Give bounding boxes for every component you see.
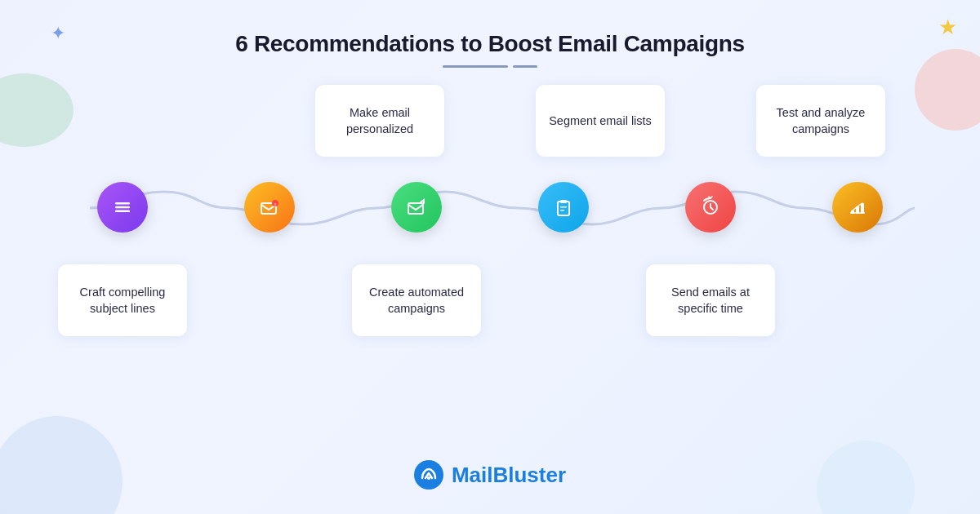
icon-list (97, 182, 148, 233)
icon-chart (832, 182, 883, 233)
icons-row: ! (0, 182, 980, 233)
icon-email-send (391, 182, 442, 233)
svg-point-16 (427, 476, 430, 480)
top-cards-row: Make email personalized Segment email li… (0, 84, 980, 157)
svg-rect-7 (558, 202, 569, 215)
svg-rect-2 (115, 210, 130, 213)
card-send: Send emails at specific time (645, 264, 776, 337)
svg-rect-6 (408, 203, 423, 214)
deco-star-yellow-icon: ★ (938, 15, 957, 40)
svg-rect-8 (560, 200, 567, 203)
brand-name: MailBluster (452, 463, 566, 488)
bottom-cards-row: Craft compelling subject lines Create au… (0, 264, 980, 337)
page-title: 6 Recommendations to Boost Email Campaig… (0, 0, 980, 57)
card-create: Create automated campaigns (351, 264, 482, 337)
svg-rect-0 (115, 202, 130, 205)
deco-star-blue-icon: ✦ (51, 23, 65, 44)
brand-footer: MailBluster (0, 460, 980, 490)
icon-clipboard (538, 182, 589, 233)
title-divider (0, 65, 980, 68)
icon-email-notify: ! (244, 182, 295, 233)
card-segment: Segment email lists (535, 84, 666, 157)
brand-logo-icon (414, 460, 443, 490)
icon-timer (685, 182, 736, 233)
card-test: Test and analyze campaigns (755, 84, 886, 157)
card-make-email: Make email personalized (314, 84, 445, 157)
svg-rect-9 (560, 206, 567, 208)
svg-text:!: ! (274, 202, 276, 207)
svg-rect-1 (115, 206, 130, 209)
svg-rect-14 (861, 203, 864, 214)
svg-rect-10 (560, 210, 564, 211)
main-content: Make email personalized Segment email li… (0, 76, 980, 386)
card-craft: Craft compelling subject lines (57, 264, 188, 337)
